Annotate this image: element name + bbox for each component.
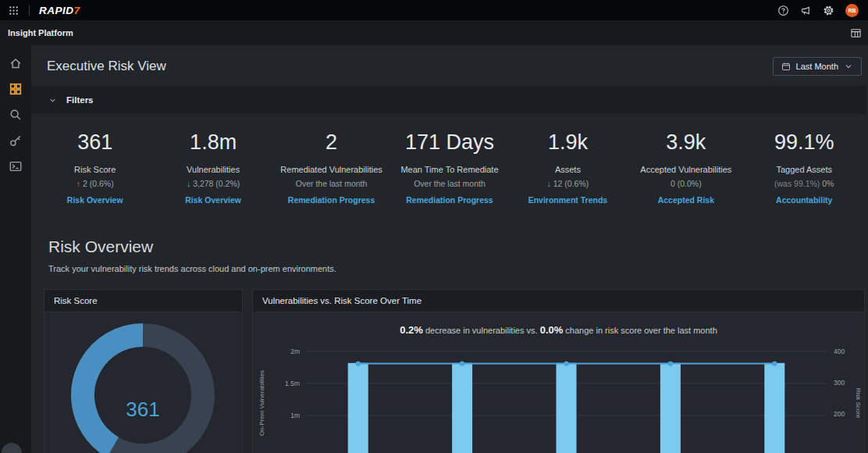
svg-text:On-Prem Vulnerabilities: On-Prem Vulnerabilities bbox=[258, 370, 265, 436]
sidebar-item-key[interactable] bbox=[9, 134, 23, 148]
metric-card: 1.8m Vulnerabilities ↓ 3,278 (0.2%) Risk… bbox=[154, 130, 272, 205]
view-header: Executive Risk View Last Month bbox=[31, 45, 868, 86]
chart-annotation: 0.2% decrease in vulnerabilities vs. 0.0… bbox=[253, 324, 864, 336]
metric-label: Vulnerabilities bbox=[154, 165, 272, 174]
risk-score-gauge: 361 bbox=[44, 312, 242, 453]
period-selector-button[interactable]: Last Month bbox=[773, 57, 862, 76]
annotation-pct1: 0.2% bbox=[400, 324, 423, 336]
metric-sub: (was 99.1%) 0% bbox=[745, 179, 863, 188]
announcements-icon[interactable] bbox=[800, 5, 812, 16]
metric-sub: Over the last month bbox=[272, 179, 390, 188]
panel-title: Risk Score bbox=[44, 290, 242, 312]
user-avatar[interactable]: RB bbox=[845, 4, 859, 17]
annotation-pct2: 0.0% bbox=[540, 324, 564, 336]
metric-sub: ↑ 2 (0.6%) bbox=[36, 179, 154, 188]
svg-text:1.5m: 1.5m bbox=[285, 380, 300, 387]
metric-card: 1.9k Assets ↓ 12 (0.6%) Environment Tren… bbox=[509, 130, 627, 205]
metric-value: 171 Days bbox=[390, 130, 508, 155]
metric-value: 1.9k bbox=[509, 130, 627, 155]
metric-value: 361 bbox=[36, 130, 154, 155]
metric-link[interactable]: Risk Overview bbox=[154, 195, 272, 205]
svg-text:200: 200 bbox=[834, 410, 845, 418]
metric-link[interactable]: Risk Overview bbox=[36, 195, 154, 205]
svg-text:400: 400 bbox=[834, 348, 845, 355]
trend-up-icon: ↑ bbox=[76, 179, 83, 188]
metric-label: Remediated Vulnerabilities bbox=[272, 165, 390, 174]
metric-label: Tagged Assets bbox=[745, 165, 863, 174]
sidebar-item-console[interactable] bbox=[9, 159, 23, 173]
filters-accordion[interactable]: Filters bbox=[31, 86, 866, 114]
metric-sub: 0 (0.0%) bbox=[627, 179, 745, 188]
help-icon[interactable] bbox=[777, 5, 789, 16]
metric-card: 3.9k Accepted Vulnerabilities 0 (0.0%) A… bbox=[627, 130, 745, 205]
trend-down-icon: ↓ bbox=[547, 179, 553, 188]
metric-link[interactable]: Accepted Risk bbox=[627, 195, 745, 205]
main-content: Executive Risk View Last Month bbox=[31, 45, 868, 453]
vulnerabilities-vs-risk-panel: Vulnerabilities vs. Risk Score Over Time… bbox=[252, 289, 865, 453]
chevron-down-icon bbox=[844, 62, 853, 71]
sidebar-item-home[interactable] bbox=[9, 56, 23, 70]
metric-value: 99.1% bbox=[745, 130, 863, 155]
svg-text:Risk Score: Risk Score bbox=[855, 388, 862, 419]
topbar-divider bbox=[29, 5, 30, 16]
metric-link[interactable]: Remediation Progress bbox=[272, 195, 390, 205]
metric-sub: ↓ 12 (0.6%) bbox=[509, 179, 627, 188]
sidebar-item-search[interactable] bbox=[9, 108, 23, 122]
metric-value: 1.8m bbox=[154, 130, 272, 155]
metric-card: 361 Risk Score ↑ 2 (0.6%) Risk Overview bbox=[36, 130, 154, 205]
sidebar-item-dashboards[interactable] bbox=[9, 82, 23, 96]
panel-title: Vulnerabilities vs. Risk Score Over Time bbox=[253, 290, 864, 312]
metric-sub-previous: (was 99.1%) bbox=[774, 179, 822, 188]
metric-label: Mean Time To Remediate bbox=[390, 165, 508, 174]
metric-label: Accepted Vulnerabilities bbox=[627, 165, 745, 174]
svg-text:2m: 2m bbox=[290, 348, 300, 355]
metric-link[interactable]: Remediation Progress bbox=[390, 195, 508, 205]
filters-label: Filters bbox=[66, 95, 94, 105]
rapid7-logo[interactable]: RAPID7 bbox=[39, 5, 80, 16]
gauge-value: 361 bbox=[126, 398, 159, 421]
left-sidebar bbox=[0, 45, 31, 453]
page-title: Executive Risk View bbox=[47, 59, 166, 74]
grid-view-icon[interactable] bbox=[850, 27, 862, 39]
period-label: Last Month bbox=[796, 62, 838, 71]
metric-sub: ↓ 3,278 (0.2%) bbox=[154, 179, 272, 188]
risk-overview-section-header: Risk Overview Track your vulnerability r… bbox=[48, 237, 868, 273]
platform-bar: Insight Platform bbox=[0, 20, 868, 45]
metric-card: 2 Remediated Vulnerabilities Over the la… bbox=[272, 130, 390, 205]
metric-label: Risk Score bbox=[36, 165, 154, 174]
svg-text:300: 300 bbox=[834, 379, 845, 387]
trend-down-icon: ↓ bbox=[187, 179, 193, 188]
metric-card: 99.1% Tagged Assets (was 99.1%) 0% Accou… bbox=[745, 130, 863, 205]
metric-card: 171 Days Mean Time To Remediate Over the… bbox=[390, 130, 508, 205]
metric-label: Assets bbox=[509, 165, 627, 174]
settings-icon[interactable] bbox=[823, 5, 834, 16]
metric-sub: Over the last month bbox=[390, 179, 508, 188]
risk-score-panel: Risk Score 361 bbox=[44, 289, 243, 453]
metric-value: 3.9k bbox=[627, 130, 745, 155]
metric-link[interactable]: Accountability bbox=[745, 195, 863, 205]
panels-row: Risk Score 361 Vulnerabilities vs. Risk … bbox=[44, 289, 865, 453]
chevron-down-icon bbox=[48, 96, 57, 105]
metrics-row: 361 Risk Score ↑ 2 (0.6%) Risk Overview … bbox=[31, 114, 868, 205]
top-app-bar: RAPID7 RB bbox=[0, 0, 868, 20]
section-subtitle: Track your vulnerability risk trends acr… bbox=[48, 264, 868, 273]
vulnerabilities-risk-chart: 2m1.5m1m400300200On-Prem Vulnerabilities… bbox=[253, 341, 864, 453]
svg-text:1m: 1m bbox=[290, 412, 300, 419]
app-switcher-icon[interactable] bbox=[8, 5, 20, 16]
rapid7-logo-seven: 7 bbox=[74, 5, 80, 16]
metric-link[interactable]: Environment Trends bbox=[509, 195, 627, 205]
section-title: Risk Overview bbox=[48, 237, 868, 256]
calendar-icon bbox=[781, 62, 791, 71]
platform-title: Insight Platform bbox=[8, 28, 73, 37]
metric-value: 2 bbox=[272, 130, 390, 155]
